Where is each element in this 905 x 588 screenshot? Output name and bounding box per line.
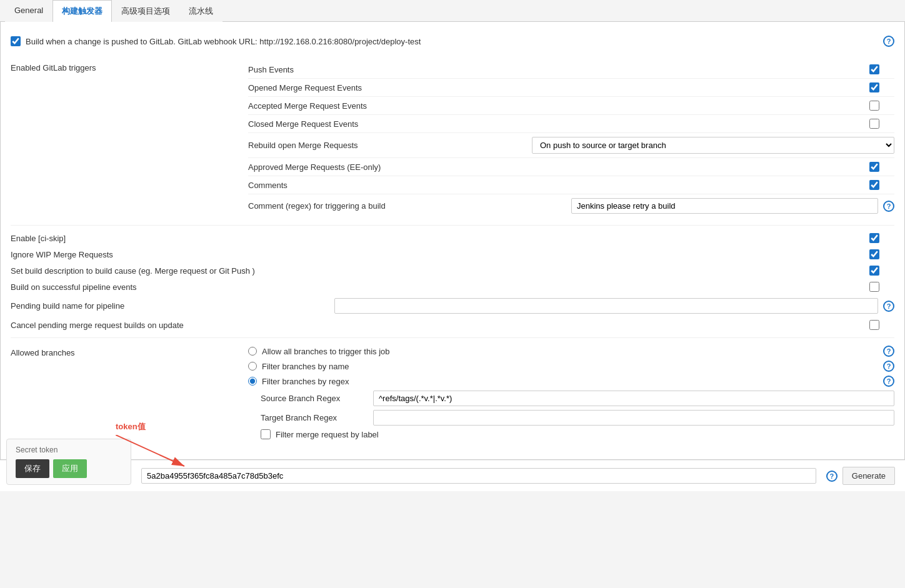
token-annotation: token值 [116,421,191,472]
top-build-checkbox[interactable] [11,36,21,46]
trigger-row-approved-mr: Approved Merge Requests (EE-only) [248,158,894,176]
trigger-closed-mr-label: Closed Merge Request Events [248,119,869,129]
tab-content: Build when a change is pushed to GitLab.… [0,22,905,460]
trigger-comments-checkbox[interactable] [869,180,879,190]
trigger-row-comments: Comments [248,176,894,194]
ignore-wip-checkbox[interactable] [869,249,879,259]
trigger-rebuild-control: On push to source or target branchNeverA… [532,137,894,154]
source-branch-regex-input[interactable] [373,391,894,406]
filter-by-name-radio-label: Filter branches by name [262,362,349,371]
filter-by-regex-radio-label: Filter branches by regex [262,377,349,386]
radio-row-all-branches: Allow all branches to trigger this job ? [248,346,894,357]
generate-button[interactable]: Generate [842,467,895,485]
build-desc-label: Set build description to build cause (eg… [11,266,869,276]
trigger-push-checkbox[interactable] [869,64,879,74]
trigger-push-label: Push Events [248,65,869,74]
trigger-accepted-mr-label: Accepted Merge Request Events [248,101,869,111]
apply-button[interactable]: 应用 [53,459,87,478]
trigger-comment-regex-label: Comment (regex) for triggering a build [248,201,571,211]
pending-build-label: Pending build name for pipeline [11,301,334,311]
cancel-pending-label: Cancel pending merge request builds on u… [11,321,869,330]
source-branch-regex-input-wrapper [373,391,894,406]
comment-regex-input[interactable] [571,198,878,214]
tab-build-triggers[interactable]: 构建触发器 [52,0,112,22]
trigger-approved-mr-checkbox[interactable] [869,162,879,172]
target-branch-regex-row: Target Branch Regex [248,410,894,426]
trigger-row-accepted-mr: Accepted Merge Request Events [248,97,894,115]
trigger-approved-mr-control [869,162,894,172]
row-ci-skip: Enable [ci-skip] [11,233,894,243]
tab-advanced[interactable]: 高级项目选项 [112,0,179,22]
trigger-closed-mr-checkbox[interactable] [869,119,879,129]
build-success-checkbox[interactable] [869,282,879,292]
all-branches-radio-label: Allow all branches to trigger this job [262,347,390,356]
filter-by-regex-radio[interactable] [248,377,257,386]
trigger-accepted-mr-checkbox[interactable] [869,101,879,111]
secret-token-label: Secret token [16,446,122,454]
filter-merge-label-text: Filter merge request by label [276,430,379,439]
trigger-opened-mr-control [869,82,894,92]
cancel-pending-checkbox[interactable] [869,320,879,330]
gitlab-triggers-controls: Push Events Opened Merge Request Events … [248,61,894,217]
target-branch-regex-label: Target Branch Regex [261,413,373,422]
build-success-label: Build on successful pipeline events [11,282,869,292]
source-branch-regex-label: Source Branch Regex [261,394,373,403]
trigger-comment-regex-control: ? [571,198,894,214]
filter-by-name-help-icon[interactable]: ? [883,361,894,372]
source-branch-regex-row: Source Branch Regex [248,391,894,406]
row-ignore-wip: Ignore WIP Merge Requests [11,249,894,259]
trigger-closed-mr-control [869,119,894,129]
filter-by-name-radio[interactable] [248,362,257,371]
trigger-approved-mr-label: Approved Merge Requests (EE-only) [248,162,869,172]
secret-token-input[interactable] [141,468,816,484]
svg-line-1 [116,435,184,466]
trigger-comments-label: Comments [248,181,869,190]
comment-regex-help-icon[interactable]: ? [883,201,894,212]
row-pending-build-name: Pending build name for pipeline ? [11,298,894,314]
top-build-checkbox-row: Build when a change is pushed to GitLab.… [11,32,894,51]
target-branch-regex-input[interactable] [373,410,894,426]
annotation-arrow [116,435,191,472]
filter-merge-label-checkbox[interactable] [261,429,271,439]
cancel-pending-control [869,320,894,330]
divider-1 [11,225,894,226]
rebuild-select[interactable]: On push to source or target branchNeverA… [532,137,894,154]
allowed-branches-label: Allowed branches [11,346,248,357]
radio-row-filter-regex: Filter branches by regex ? [248,376,894,387]
bottom-bar: Secret token 保存 应用 token值 ? Generate [0,460,905,491]
pending-build-name-input[interactable] [334,298,878,314]
allowed-branches-controls: Allow all branches to trigger this job ?… [248,346,894,443]
all-branches-help-icon[interactable]: ? [883,346,894,357]
pending-build-help-icon[interactable]: ? [883,301,894,312]
secret-token-help-icon[interactable]: ? [826,471,838,482]
build-desc-checkbox[interactable] [869,266,879,276]
filter-merge-label-row: Filter merge request by label [248,429,894,439]
ci-skip-label: Enable [ci-skip] [11,234,869,243]
ci-skip-control [869,233,894,243]
trigger-comments-control [869,180,894,190]
trigger-opened-mr-label: Opened Merge Request Events [248,83,869,92]
build-success-control [869,282,894,292]
all-branches-radio[interactable] [248,347,257,356]
top-build-help-icon[interactable]: ? [883,36,894,47]
trigger-row-comment-regex: Comment (regex) for triggering a build ? [248,194,894,217]
trigger-rebuild-label: Rebuild open Merge Requests [248,141,532,150]
row-build-desc: Set build description to build cause (eg… [11,266,894,276]
radio-row-filter-name: Filter branches by name ? [248,361,894,372]
trigger-opened-mr-checkbox[interactable] [869,82,879,92]
token-input-area [141,468,816,484]
trigger-row-opened-mr: Opened Merge Request Events [248,79,894,97]
trigger-push-control [869,64,894,74]
trigger-row-push: Push Events [248,61,894,79]
gitlab-triggers-label: Enabled GitLab triggers [11,61,248,72]
divider-2 [11,337,894,338]
tab-pipeline[interactable]: 流水线 [179,0,222,22]
filter-by-regex-help-icon[interactable]: ? [883,376,894,387]
tab-general[interactable]: General [5,0,52,22]
tabs-bar: General 构建触发器 高级项目选项 流水线 [0,0,905,22]
build-desc-control [869,266,894,276]
pending-build-input-wrapper [334,298,878,314]
save-button[interactable]: 保存 [16,459,49,478]
trigger-accepted-mr-control [869,101,894,111]
ci-skip-checkbox[interactable] [869,233,879,243]
